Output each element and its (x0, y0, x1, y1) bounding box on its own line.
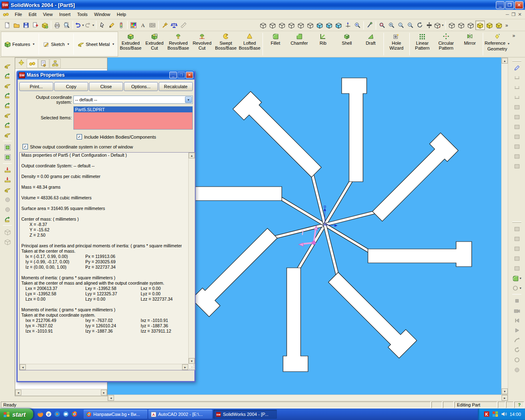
viewport-vertical-scrollbar[interactable]: ▲ ▼ (501, 57, 508, 395)
measure-icon[interactable] (179, 21, 188, 30)
view-orientation-icon[interactable] (353, 21, 362, 30)
report-horizontal-scrollbar[interactable]: ◄ ► (20, 364, 188, 370)
options-wizard-icon[interactable] (160, 21, 169, 30)
revolved-cut-button[interactable]: RevolvedCut (190, 31, 214, 57)
show-output-cs-checkbox[interactable]: ✓ (23, 144, 28, 149)
mirror-button[interactable]: Mirror (458, 31, 482, 57)
scroll-up-arrow[interactable]: ▲ (502, 58, 508, 64)
view-bottom-icon[interactable] (306, 21, 315, 30)
hidden-lines-visible-icon[interactable] (457, 21, 466, 30)
scroll-right-arrow[interactable]: ► (101, 390, 107, 395)
zoom-in-out-icon[interactable] (387, 21, 396, 30)
scroll-left-arrow[interactable]: ◄ (15, 390, 21, 395)
circular-pattern-button[interactable]: CircularPattern (434, 31, 458, 57)
include-hidden-bodies-checkbox[interactable]: ✓ (77, 134, 82, 139)
shadows-in-shaded-mode-icon[interactable] (494, 21, 504, 30)
menu-window[interactable]: Window (91, 11, 114, 18)
output-coordinate-system-combo[interactable]: -- default -- ▼ (73, 96, 193, 104)
view-trimetric-icon[interactable] (324, 21, 334, 30)
scroll-down-arrow[interactable]: ▼ (502, 388, 508, 394)
print-icon[interactable] (52, 21, 62, 30)
featuremanager-design-tree-tab[interactable] (27, 59, 38, 68)
revolved-boss-base-button[interactable]: RevolvedBoss/Base (167, 31, 190, 57)
combo-dropdown-button[interactable]: ▼ (185, 96, 192, 103)
menu-view[interactable]: View (40, 11, 56, 18)
view-isometric-icon[interactable] (315, 21, 324, 30)
recalculate-button[interactable]: Recalculate (159, 82, 193, 91)
flatten-bends-icon[interactable] (3, 165, 12, 175)
lofted-boss-base-button[interactable]: LoftedBoss/Base (238, 31, 262, 57)
sketched-bend-icon[interactable] (3, 90, 12, 100)
miter-flange-icon[interactable] (3, 80, 12, 90)
fillet-feature-icon[interactable]: ▼ (512, 273, 522, 283)
child-close-button[interactable]: ✕ (518, 12, 522, 17)
firefox-quicklaunch-icon[interactable] (37, 411, 43, 418)
extruded-cut-button[interactable]: ExtrudedCut (143, 31, 167, 57)
scroll-right-arrow[interactable]: ► (182, 364, 188, 370)
undo-icon[interactable]: ▼ (74, 21, 84, 30)
lofted-bend-icon[interactable] (3, 142, 12, 152)
mass-properties-icon[interactable] (169, 21, 179, 30)
quick-tips-help-button[interactable]: ? (514, 402, 524, 408)
wireframe-icon[interactable] (447, 21, 457, 30)
toolbar-handle[interactable] (512, 221, 521, 223)
toolbar-overflow-chevron[interactable]: » (505, 23, 508, 28)
copy-button[interactable]: Copy (54, 82, 88, 91)
panel-horizontal-scrollbar[interactable]: ◄ ► (15, 389, 107, 396)
chrome-quicklaunch-icon[interactable] (71, 411, 78, 418)
welded-corner-icon[interactable] (3, 152, 12, 162)
propertymanager-tab[interactable] (38, 59, 49, 68)
zoom-out-icon[interactable] (406, 21, 415, 30)
shaded-icon[interactable] (485, 21, 494, 30)
menu-help[interactable]: Help (114, 11, 130, 18)
chamfer-button[interactable]: Chamfer (288, 31, 311, 57)
menu-file[interactable]: File (11, 11, 25, 18)
taskbar-task-chrome[interactable]: НаправиСам.bg • Ви... (84, 410, 147, 419)
view-dimetric-icon[interactable] (334, 21, 343, 30)
volume-tray-icon[interactable] (500, 411, 507, 418)
select-icon[interactable] (98, 21, 107, 30)
rotate-view-icon[interactable] (415, 21, 425, 30)
report-vertical-scrollbar[interactable]: ▲ ▼ (188, 153, 195, 364)
close-button[interactable]: Close (89, 82, 123, 91)
fillet-button[interactable]: Fillet (264, 31, 288, 57)
color-swatches-icon[interactable] (129, 21, 138, 30)
shell-button[interactable]: Shell (335, 31, 359, 57)
closed-corner-icon[interactable] (3, 120, 12, 130)
minimize-button[interactable]: _ (496, 1, 504, 9)
display-colors-icon[interactable] (116, 21, 126, 30)
windows-update-tray-icon[interactable] (492, 411, 499, 418)
selected-items-listbox[interactable]: Part5.SLDPRT (73, 106, 193, 130)
scroll-left-arrow[interactable]: ◄ (108, 395, 114, 401)
dimension-icon[interactable] (512, 63, 522, 73)
flat-pattern-icon[interactable] (3, 185, 12, 194)
hidden-lines-removed-icon[interactable] (466, 21, 475, 30)
kaspersky-tray-icon[interactable]: K (483, 411, 490, 418)
toolbar-tab-sketch[interactable]: Sketch▼ (40, 32, 73, 56)
scroll-right-arrow[interactable]: ► (502, 395, 508, 401)
edge-flange-icon[interactable] (3, 71, 12, 80)
scroll-left-arrow[interactable]: ◄ (20, 364, 26, 370)
toolbar-handle[interactable] (512, 60, 521, 62)
view-back-icon[interactable] (268, 21, 277, 30)
configurationmanager-tab[interactable] (50, 59, 61, 68)
resize-grip[interactable] (189, 364, 194, 370)
menu-edit[interactable]: Edit (25, 11, 40, 18)
view-right-icon[interactable] (287, 21, 296, 30)
hole-wizard-button[interactable]: HoleWizard (385, 31, 409, 57)
view-left-icon[interactable] (277, 21, 287, 30)
taskbar-task-solidworks[interactable]: SWSolidWorks 2004 - [P... (213, 410, 277, 419)
hem-icon[interactable] (3, 100, 12, 110)
child-restore-button[interactable]: ❐ (511, 12, 516, 17)
options-button[interactable]: Options... (124, 82, 158, 91)
media-player-quicklaunch-icon[interactable] (54, 411, 61, 418)
open-document-icon[interactable] (12, 21, 21, 30)
toolbar-tab-features[interactable]: Features▼ (1, 32, 38, 56)
menu-insert[interactable]: Insert (56, 11, 74, 18)
insert-bends-icon[interactable] (3, 175, 12, 185)
save-icon[interactable] (21, 21, 31, 30)
viewport-horizontal-scrollbar[interactable]: ◄ ► (107, 395, 508, 401)
texture-icon[interactable] (148, 21, 157, 30)
taskbar-task-autocad[interactable]: AAutoCAD 2002 - [E:\... (148, 410, 212, 419)
draft-button[interactable]: Draft (359, 31, 383, 57)
